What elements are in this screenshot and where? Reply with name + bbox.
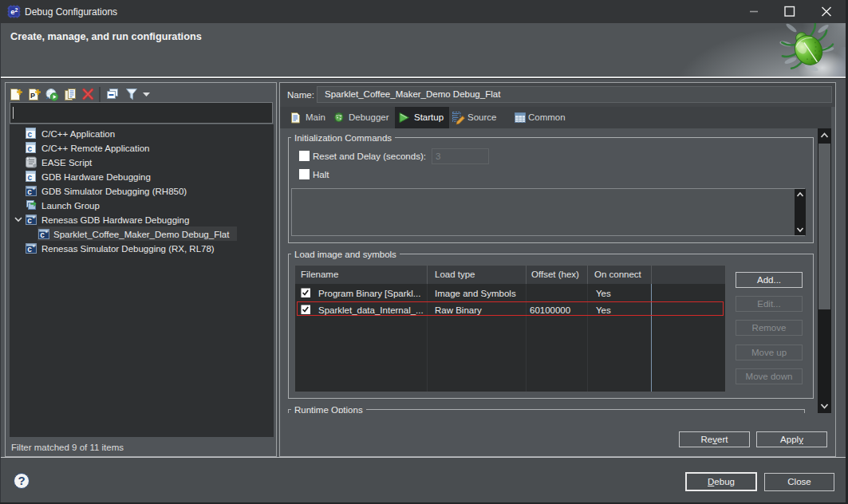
svg-text:P: P xyxy=(30,92,35,100)
svg-text:2: 2 xyxy=(15,7,18,13)
